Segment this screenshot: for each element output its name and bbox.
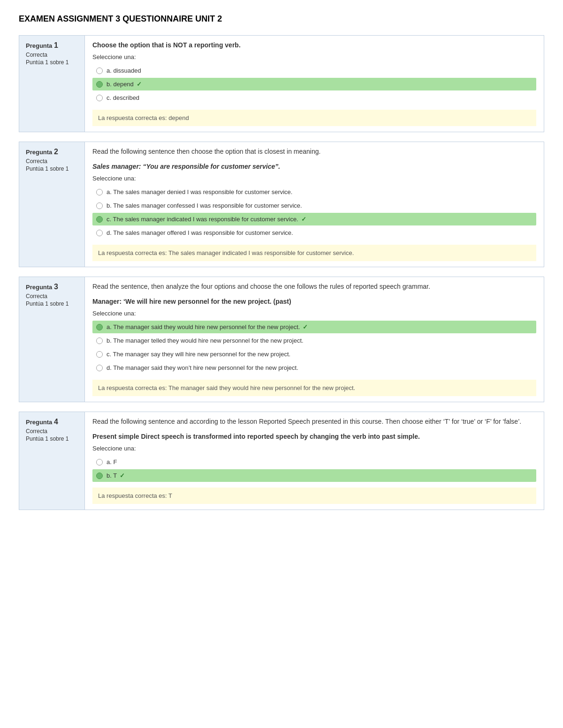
- correcta-label-4: Correcta: [26, 428, 78, 435]
- option-row-4-0[interactable]: a. F: [92, 456, 536, 468]
- radio-2-0: [96, 189, 103, 195]
- question-meta-1: Pregunta 1 Correcta Puntúa 1 sobre 1: [19, 36, 85, 132]
- option-row-2-2[interactable]: c. The sales manager indicated I was res…: [92, 213, 536, 225]
- pregunta-label-2: Pregunta 2: [26, 148, 78, 156]
- checkmark-2-2: ✓: [301, 216, 306, 223]
- question-block-2: Pregunta 2 Correcta Puntúa 1 sobre 1 Rea…: [19, 142, 544, 267]
- pregunta-label-3: Pregunta 3: [26, 283, 78, 291]
- option-row-2-1[interactable]: b. The sales manager confessed I was res…: [92, 199, 536, 212]
- radio-3-2: [96, 351, 103, 358]
- option-row-3-2[interactable]: c. The manager say they will hire new pe…: [92, 348, 536, 360]
- radio-2-3: [96, 230, 103, 236]
- seleccione-label-3: Seleccione una:: [92, 310, 536, 317]
- option-label-3-0: a. The manager said they would hire new …: [107, 323, 300, 330]
- question-text-4: Read the following sentence and accordin…: [92, 418, 536, 440]
- option-label-2-2: c. The sales manager indicated I was res…: [107, 216, 298, 223]
- seleccione-label-2: Seleccione una:: [92, 175, 536, 182]
- checkmark-4-1: ✓: [120, 472, 125, 479]
- checkmark-3-0: ✓: [303, 323, 308, 330]
- question-meta-3: Pregunta 3 Correcta Puntúa 1 sobre 1: [19, 277, 85, 402]
- question-meta-2: Pregunta 2 Correcta Puntúa 1 sobre 1: [19, 142, 85, 267]
- question-block-4: Pregunta 4 Correcta Puntúa 1 sobre 1 Rea…: [19, 412, 544, 510]
- questions-container: Pregunta 1 Correcta Puntúa 1 sobre 1 Cho…: [19, 35, 544, 510]
- radio-3-3: [96, 365, 103, 371]
- puntua-label-1: Puntúa 1 sobre 1: [26, 59, 78, 66]
- respuesta-correcta-3: La respuesta correcta es: The manager sa…: [92, 380, 536, 396]
- radio-1-0: [96, 68, 103, 74]
- question-text-2: Read the following sentence then choose …: [92, 148, 536, 170]
- option-label-3-1: b. The manager telled they would hire ne…: [107, 337, 304, 344]
- option-label-3-2: c. The manager say they will hire new pe…: [107, 351, 290, 358]
- option-row-2-3[interactable]: d. The sales manager offered I was respo…: [92, 226, 536, 239]
- pregunta-label-4: Pregunta 4: [26, 418, 78, 426]
- puntua-label-3: Puntúa 1 sobre 1: [26, 300, 78, 307]
- seleccione-label-4: Seleccione una:: [92, 445, 536, 452]
- radio-2-1: [96, 203, 103, 209]
- respuesta-correcta-2: La respuesta correcta es: The sales mana…: [92, 245, 536, 261]
- option-row-1-1[interactable]: b. depend ✓: [92, 78, 536, 90]
- option-label-4-1: b. T: [107, 472, 117, 479]
- question-content-1: Choose the option that is NOT a reportin…: [85, 36, 544, 132]
- option-label-1-1: b. depend: [107, 81, 134, 88]
- seleccione-label-1: Seleccione una:: [92, 53, 536, 60]
- option-row-1-2[interactable]: c. described: [92, 91, 536, 104]
- option-row-4-1[interactable]: b. T ✓: [92, 469, 536, 482]
- question-content-2: Read the following sentence then choose …: [85, 142, 544, 267]
- radio-3-0: [96, 324, 103, 330]
- pregunta-label-1: Pregunta 1: [26, 41, 78, 50]
- correcta-label-2: Correcta: [26, 158, 78, 165]
- respuesta-correcta-1: La respuesta correcta es: depend: [92, 110, 536, 126]
- option-row-1-0[interactable]: a. dissuaded: [92, 64, 536, 77]
- question-block-1: Pregunta 1 Correcta Puntúa 1 sobre 1 Cho…: [19, 35, 544, 132]
- question-meta-4: Pregunta 4 Correcta Puntúa 1 sobre 1: [19, 412, 85, 510]
- radio-4-0: [96, 459, 103, 465]
- radio-4-1: [96, 473, 103, 479]
- radio-3-1: [96, 338, 103, 344]
- option-label-2-3: d. The sales manager offered I was respo…: [107, 229, 293, 236]
- question-text-1: Choose the option that is NOT a reportin…: [92, 41, 536, 49]
- question-content-3: Read the sentence, then analyze the four…: [85, 277, 544, 402]
- option-label-2-1: b. The sales manager confessed I was res…: [107, 202, 302, 209]
- puntua-label-2: Puntúa 1 sobre 1: [26, 165, 78, 172]
- radio-1-1: [96, 81, 103, 88]
- option-row-2-0[interactable]: a. The sales manager denied I was respon…: [92, 186, 536, 198]
- respuesta-correcta-4: La respuesta correcta es: T: [92, 488, 536, 504]
- option-row-3-1[interactable]: b. The manager telled they would hire ne…: [92, 334, 536, 347]
- page-title: EXAMEN ASSIGNMENT 3 QUESTIONNAIRE UNIT 2: [19, 14, 544, 24]
- option-row-3-3[interactable]: d. The manager said they won’t hire new …: [92, 361, 536, 374]
- question-block-3: Pregunta 3 Correcta Puntúa 1 sobre 1 Rea…: [19, 277, 544, 402]
- correcta-label-1: Correcta: [26, 52, 78, 58]
- puntua-label-4: Puntúa 1 sobre 1: [26, 435, 78, 442]
- question-text-3: Read the sentence, then analyze the four…: [92, 283, 536, 305]
- option-label-3-3: d. The manager said they won’t hire new …: [107, 364, 298, 371]
- option-label-1-0: a. dissuaded: [107, 67, 141, 74]
- question-content-4: Read the following sentence and accordin…: [85, 412, 544, 510]
- radio-2-2: [96, 216, 103, 223]
- radio-1-2: [96, 95, 103, 101]
- correcta-label-3: Correcta: [26, 293, 78, 300]
- checkmark-1-1: ✓: [137, 81, 142, 88]
- option-row-3-0[interactable]: a. The manager said they would hire new …: [92, 321, 536, 333]
- option-label-4-0: a. F: [107, 458, 117, 465]
- option-label-2-0: a. The sales manager denied I was respon…: [107, 188, 292, 195]
- option-label-1-2: c. described: [107, 94, 139, 101]
